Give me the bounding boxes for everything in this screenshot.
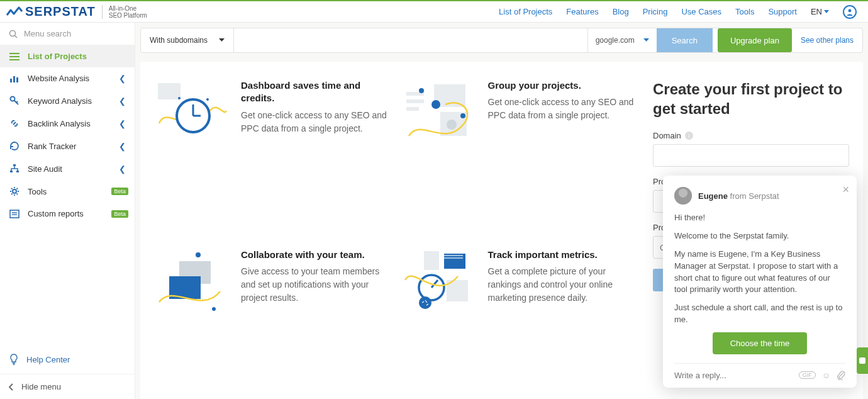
- svg-rect-38: [424, 251, 439, 270]
- svg-point-31: [431, 100, 440, 109]
- search-input[interactable]: [234, 28, 587, 52]
- feature-track: Track important metrics. Get a complete …: [401, 249, 636, 389]
- beta-badge: Beta: [111, 188, 128, 195]
- brand: SERPSTAT All-in-One SEO Platform: [6, 4, 147, 19]
- language-switch[interactable]: EN: [811, 7, 829, 16]
- collab-illustration: [154, 249, 230, 318]
- sidebar-nav: List of Projects Website Analysis ❮ Keyw…: [0, 45, 135, 225]
- svg-rect-19: [158, 83, 181, 99]
- svg-rect-6: [10, 79, 12, 82]
- feature-title: Track important metrics.: [488, 249, 636, 261]
- logo[interactable]: SERPSTAT: [6, 4, 96, 19]
- sidebar-item-label: Rank Tracker: [28, 142, 76, 151]
- sidebar-item-keyword[interactable]: Keyword Analysis ❮: [0, 89, 135, 112]
- sidebar: Menu search List of Projects Website Ana…: [0, 23, 135, 399]
- feature-dashboard: Dashboard saves time and credits. Get on…: [154, 79, 389, 220]
- hide-menu[interactable]: Hide menu: [0, 374, 135, 399]
- svg-rect-8: [16, 77, 18, 82]
- sidebar-item-label: List of Projects: [28, 52, 87, 61]
- emoji-icon[interactable]: ☺: [822, 371, 830, 380]
- feature-title: Collaborate with your team.: [241, 249, 389, 261]
- sidebar-item-audit[interactable]: Site Audit ❮: [0, 157, 135, 180]
- chat-reply-row: GIF ☺: [674, 363, 845, 380]
- sidebar-item-projects[interactable]: List of Projects: [0, 45, 135, 67]
- user-avatar[interactable]: [843, 5, 857, 19]
- svg-point-24: [206, 98, 209, 101]
- search-button[interactable]: Search: [657, 28, 713, 52]
- chevron-right-icon: ❮: [119, 164, 126, 174]
- menu-search-placeholder: Menu search: [24, 29, 71, 38]
- nav-tools[interactable]: Tools: [735, 7, 754, 16]
- sidebar-item-rank[interactable]: Rank Tracker ❮: [0, 135, 135, 157]
- menu-search[interactable]: Menu search: [0, 23, 135, 45]
- nav-features[interactable]: Features: [566, 7, 598, 16]
- search-mode-select[interactable]: With subdomains: [141, 28, 234, 52]
- svg-point-1: [10, 30, 16, 36]
- help-label: Help Center: [26, 355, 70, 364]
- sidebar-item-label: Keyword Analysis: [28, 96, 92, 106]
- chat-side-tab[interactable]: [857, 347, 868, 374]
- svg-rect-26: [406, 99, 424, 103]
- sidebar-item-website[interactable]: Website Analysis ❮: [0, 67, 135, 89]
- svg-rect-41: [444, 257, 463, 259]
- gif-icon[interactable]: GIF: [799, 371, 816, 379]
- nav-pricing[interactable]: Pricing: [643, 7, 668, 16]
- feature-group: Group your projects. Get one-click acces…: [401, 79, 636, 220]
- report-icon: [9, 210, 20, 218]
- svg-point-33: [460, 113, 465, 118]
- svg-point-15: [13, 189, 16, 193]
- feature-collab: Collaborate with your team. Give access …: [154, 249, 389, 389]
- svg-point-9: [11, 97, 15, 101]
- features-grid: Dashboard saves time and credits. Get on…: [154, 79, 635, 389]
- nav-blog[interactable]: Blog: [613, 7, 629, 16]
- chat-agent-name: Eugene: [698, 191, 728, 201]
- beta-badge: Beta: [111, 210, 128, 218]
- svg-point-23: [178, 97, 181, 99]
- chevron-down-icon: [643, 38, 649, 42]
- gear-icon: [9, 186, 20, 196]
- chat-reply-input[interactable]: [674, 371, 793, 380]
- feature-body: Get a complete picture of your rankings …: [488, 265, 636, 305]
- svg-point-32: [419, 88, 424, 93]
- search-engine-select[interactable]: google.com: [587, 28, 657, 52]
- list-icon: [9, 53, 20, 60]
- nav-usecases[interactable]: Use Cases: [681, 7, 721, 16]
- domain-input[interactable]: [653, 144, 849, 167]
- logo-icon: [6, 6, 23, 18]
- chat-line: Just schedule a short call, and the rest…: [674, 302, 845, 326]
- chat-line: My name is Eugene, I'm a Key Business Ma…: [674, 249, 845, 296]
- link-icon: [9, 118, 20, 128]
- svg-rect-12: [13, 164, 16, 166]
- nav-projects[interactable]: List of Projects: [499, 7, 552, 16]
- svg-point-37: [212, 307, 216, 311]
- svg-line-11: [16, 101, 18, 103]
- sidebar-item-label: Tools: [28, 187, 47, 196]
- sidebar-item-reports[interactable]: Custom reports Beta: [0, 203, 135, 225]
- info-icon[interactable]: i: [685, 132, 693, 140]
- chat-line: Hi there!: [674, 212, 845, 224]
- nav-support[interactable]: Support: [768, 7, 797, 16]
- sidebar-item-backlink[interactable]: Backlink Analysis ❮: [0, 112, 135, 135]
- see-plans-link[interactable]: See other plans: [792, 28, 862, 52]
- upgrade-button[interactable]: Upgrade plan: [718, 28, 792, 52]
- chevron-left-icon: [9, 383, 14, 391]
- sidebar-item-tools[interactable]: Tools Beta: [0, 180, 135, 203]
- feature-body: Get one-click access to any SEO and PPC …: [488, 96, 636, 122]
- chat-agent-from: from Serpstat: [730, 191, 779, 201]
- domain-label: Domaini: [653, 131, 849, 140]
- create-heading: Create your first project to get started: [653, 79, 849, 118]
- track-illustration: [401, 249, 477, 318]
- chevron-right-icon: ❮: [119, 96, 126, 106]
- close-icon[interactable]: ×: [842, 183, 849, 196]
- feature-title: Group your projects.: [488, 79, 636, 92]
- svg-line-2: [15, 35, 18, 38]
- logo-tagline: All-in-One SEO Platform: [102, 5, 147, 19]
- user-icon: [846, 8, 854, 16]
- chat-avatar: [674, 187, 692, 205]
- attach-icon[interactable]: [837, 370, 845, 380]
- chat-cta-button[interactable]: Choose the time: [713, 332, 808, 354]
- sidebar-item-label: Site Audit: [28, 164, 62, 174]
- help-center[interactable]: Help Center: [0, 345, 135, 374]
- svg-rect-27: [406, 107, 419, 111]
- group-illustration: [401, 79, 477, 149]
